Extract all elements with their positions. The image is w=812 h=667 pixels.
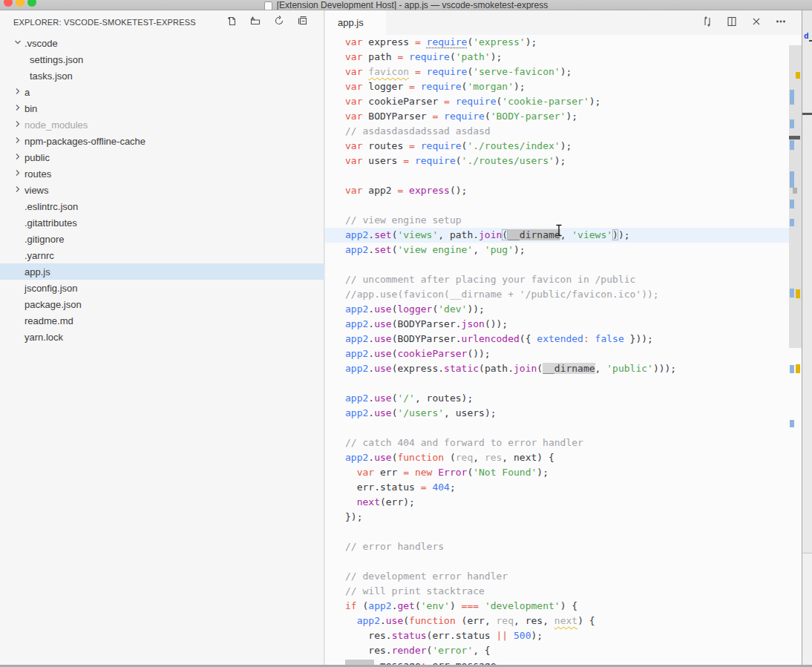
tree-item-label: a <box>24 87 30 98</box>
tree-item-routes[interactable]: routes <box>0 165 324 182</box>
tree-item-bin[interactable]: bin <box>0 100 324 116</box>
chevron-right-icon[interactable] <box>13 185 22 194</box>
code-line-10[interactable] <box>325 168 802 183</box>
tree-item-label: views <box>24 185 49 196</box>
code-line-31[interactable]: err.status = 404; <box>325 480 802 495</box>
code-line-16[interactable] <box>325 257 802 272</box>
code-line-30[interactable]: var err = new Error('Not Found'); <box>325 465 802 480</box>
code-line-18[interactable]: //app.use(favicon(__dirname + '/public/f… <box>325 287 802 302</box>
code-line-6[interactable]: var BODYParser = require('BODY-parser'); <box>325 109 802 124</box>
chevron-right-icon[interactable] <box>13 136 22 145</box>
code-line-28[interactable]: // catch 404 and forward to error handle… <box>325 436 802 450</box>
code-line-29[interactable]: app2.use(function (req, res, next) { <box>325 450 802 465</box>
background-window-strip: d <box>802 10 812 667</box>
open-changes-icon[interactable] <box>701 16 713 27</box>
chevron-right-icon[interactable] <box>13 152 22 161</box>
code-line-11[interactable]: var app2 = express(); <box>325 183 802 198</box>
tree-item--yarnrc[interactable]: .yarnrc <box>0 247 324 263</box>
tree-item-jsconfig-json[interactable]: jsconfig.json <box>0 280 324 296</box>
background-dash <box>809 40 812 42</box>
code-line-13[interactable]: // view engine setup <box>325 213 802 228</box>
code-line-4[interactable]: var logger = require('morgan'); <box>325 79 802 94</box>
background-dark-line <box>802 113 812 115</box>
code-line-22[interactable]: app2.use(cookieParser()); <box>325 346 802 361</box>
editor-code-area[interactable]: var express = require('express');var pat… <box>325 35 802 665</box>
collapse-all-icon[interactable] <box>297 15 309 27</box>
tree-item-tasks-json[interactable]: tasks.json <box>0 68 324 84</box>
code-line-12[interactable] <box>325 198 802 213</box>
code-line-21[interactable]: app2.use(BODYParser.urlencoded({ extende… <box>325 332 802 346</box>
code-line-24[interactable] <box>325 376 802 391</box>
code-line-34[interactable] <box>325 525 802 539</box>
tree-item-settings-json[interactable]: settings.json <box>0 51 324 68</box>
code-line-15[interactable]: app2.set('view engine', 'pug'); <box>325 243 802 257</box>
warning-marker <box>796 289 800 298</box>
code-line-19[interactable]: app2.use(logger('dev')); <box>325 302 802 317</box>
tree-item-npm-packages-offline-cache[interactable]: npm-packages-offline-cache <box>0 133 324 149</box>
code-line-36[interactable] <box>325 554 802 569</box>
tree-item-label: node_modules <box>24 119 88 131</box>
more-actions-icon[interactable] <box>775 16 787 27</box>
code-line-27[interactable] <box>325 421 802 436</box>
chevron-right-icon[interactable] <box>13 103 22 112</box>
code-line-39[interactable]: if (app2.get('env') === 'development') { <box>325 599 802 614</box>
selection-marker <box>790 219 794 226</box>
code-line-2[interactable]: var path = require('path'); <box>325 50 802 65</box>
chevron-right-icon[interactable] <box>13 87 22 96</box>
code-line-3[interactable]: var favicon = require('serve-favicon'); <box>325 65 802 79</box>
tree-item-label: public <box>24 152 50 163</box>
code-line-32[interactable]: next(err); <box>325 495 802 510</box>
tree-item-node-modules[interactable]: node_modules <box>0 116 324 133</box>
refresh-icon[interactable] <box>273 15 285 27</box>
code-line-26[interactable]: app2.use('/users', users); <box>325 406 802 421</box>
code-line-40[interactable]: app2.use(function (err, req, res, next) … <box>325 614 802 628</box>
code-line-20[interactable]: app2.use(BODYParser.json()); <box>325 317 802 332</box>
tree-item-app-js[interactable]: app.js <box>0 263 324 280</box>
chevron-down-icon[interactable] <box>13 38 22 47</box>
tree-item--gitignore[interactable]: .gitignore <box>0 231 324 247</box>
background-code-fragment: d <box>804 31 809 41</box>
code-line-5[interactable]: var cookieParser = require('cookie-parse… <box>325 94 802 109</box>
tree-item-label: package.json <box>24 299 82 310</box>
tree-item-views[interactable]: views <box>0 182 324 198</box>
tree-item--eslintrc-json[interactable]: .eslintrc.json <box>0 198 324 214</box>
code-line-17[interactable]: // uncomment after placing your favicon … <box>325 272 802 287</box>
gray-marker <box>793 188 797 194</box>
tree-item-label: jsconfig.json <box>24 283 78 294</box>
tree-item-label: routes <box>24 168 51 180</box>
tree-item--vscode[interactable]: .vscode <box>0 35 324 51</box>
code-line-9[interactable]: var users = require('./routes/users'); <box>325 154 802 168</box>
close-icon[interactable] <box>750 16 762 27</box>
new-folder-icon[interactable] <box>249 15 261 27</box>
code-line-1[interactable]: var express = require('express'); <box>325 35 802 50</box>
tree-item-readme-md[interactable]: readme.md <box>0 312 324 329</box>
file-tree: .vscodesettings.jsontasks.jsonabinnode_m… <box>0 35 324 665</box>
code-line-38[interactable]: // will print stacktrace <box>325 584 802 599</box>
window-titlebar: [Extension Development Host] - app.js — … <box>0 0 812 10</box>
code-line-33[interactable]: }); <box>325 510 802 525</box>
split-editor-icon[interactable] <box>726 16 738 27</box>
tree-item-yarn-lock[interactable]: yarn.lock <box>0 329 324 345</box>
code-line-37[interactable]: // development error handler <box>325 569 802 584</box>
window-edge <box>802 10 802 665</box>
editor-scrollbar[interactable] <box>789 35 802 665</box>
tree-item--gitattributes[interactable]: .gitattributes <box>0 214 324 231</box>
code-line-42[interactable]: res.render('error', { <box>325 643 802 658</box>
tab-app-js[interactable]: app.js <box>325 10 386 35</box>
code-line-25[interactable]: app2.use('/', routes); <box>325 391 802 406</box>
tree-item-label: .vscode <box>24 38 58 49</box>
code-line-43[interactable]: message: err.message <box>325 658 802 665</box>
chevron-right-icon[interactable] <box>13 168 22 177</box>
tree-item-a[interactable]: a <box>0 84 324 100</box>
code-line-23[interactable]: app2.use(express.static(path.join(__dirn… <box>325 361 802 376</box>
code-line-41[interactable]: res.status(err.status || 500); <box>325 628 802 643</box>
tree-item-public[interactable]: public <box>0 149 324 165</box>
code-line-8[interactable]: var routes = require('./routes/index'); <box>325 139 802 154</box>
chevron-right-icon[interactable] <box>13 119 22 128</box>
tree-item-package-json[interactable]: package.json <box>0 296 324 312</box>
code-line-35[interactable]: // error handlers <box>325 539 802 554</box>
new-file-icon[interactable] <box>226 15 238 27</box>
selection-marker <box>790 119 794 128</box>
warning-marker <box>796 72 800 79</box>
code-line-7[interactable]: // asdasdasdadssad asdasd <box>325 124 802 139</box>
